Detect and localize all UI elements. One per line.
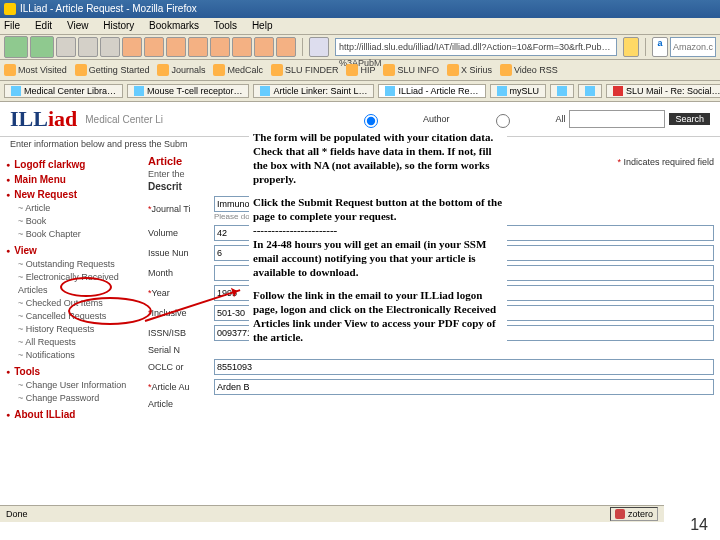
lbl-year: *Year xyxy=(148,288,210,298)
nav-checkedout[interactable]: Checked Out Items xyxy=(18,297,136,310)
mail-icon xyxy=(613,86,623,96)
nav-newrequest[interactable]: ●New Request xyxy=(6,189,136,200)
toolbar-separator-2 xyxy=(645,38,646,56)
tab-icon xyxy=(260,86,270,96)
nav-logoff[interactable]: ●Logoff clarkwg xyxy=(6,159,136,170)
bm-hip[interactable]: HIP xyxy=(346,64,375,76)
nav-chguser[interactable]: Change User Information xyxy=(18,379,136,392)
bookmark-icon-7[interactable] xyxy=(254,37,274,57)
illiad-search-button[interactable]: Search xyxy=(669,113,710,125)
lbl-author: *Article Au xyxy=(148,382,210,392)
tab-illiad[interactable]: ILLiad - Article Re… xyxy=(378,84,485,98)
folder-icon xyxy=(346,64,358,76)
bookmark-icon-5[interactable] xyxy=(210,37,230,57)
tab-myslu[interactable]: mySLU xyxy=(490,84,547,98)
bm-medcalc[interactable]: MedCalc xyxy=(213,64,263,76)
nav-notif[interactable]: Notifications xyxy=(18,349,136,362)
lbl-issue: Issue Nun xyxy=(148,248,210,258)
bm-sluinfo[interactable]: SLU INFO xyxy=(383,64,439,76)
bm-slufinder[interactable]: SLU FINDER xyxy=(271,64,339,76)
nav-chgpw[interactable]: Change Password xyxy=(18,392,136,405)
status-zotero[interactable]: zotero xyxy=(610,507,658,521)
slide-number: 14 xyxy=(690,516,708,534)
folder-icon xyxy=(271,64,283,76)
bm-most-visited[interactable]: Most Visited xyxy=(4,64,67,76)
tab-icon xyxy=(385,86,395,96)
menu-tools[interactable]: Tools xyxy=(214,20,237,31)
illiad-search-input[interactable] xyxy=(569,110,665,128)
tab-blank1[interactable] xyxy=(550,84,574,98)
bm-getting-started[interactable]: Getting Started xyxy=(75,64,150,76)
back-button[interactable] xyxy=(4,36,28,58)
lbl-oclc: OCLC or xyxy=(148,362,210,372)
radio-author[interactable] xyxy=(326,114,416,128)
stop-button[interactable] xyxy=(78,37,98,57)
bookmark-icon-1[interactable] xyxy=(122,37,142,57)
tab-mouse[interactable]: Mouse T-cell receptor… xyxy=(127,84,249,98)
bookmark-icon-8[interactable] xyxy=(276,37,296,57)
menu-history[interactable]: History xyxy=(103,20,134,31)
overlay-dash: ----------------------- xyxy=(253,224,337,236)
page-icon xyxy=(309,37,329,57)
nav-history[interactable]: History Requests xyxy=(18,323,136,336)
bm-videorss[interactable]: Video RSS xyxy=(500,64,558,76)
nav-bookchap[interactable]: Book Chapter xyxy=(18,228,136,241)
menu-view[interactable]: View xyxy=(67,20,89,31)
home-button[interactable] xyxy=(100,37,120,57)
nav-all[interactable]: All Requests xyxy=(18,336,136,349)
menu-help[interactable]: Help xyxy=(252,20,273,31)
instruction-overlay: The form will be populated with your cit… xyxy=(249,128,507,355)
folder-icon xyxy=(75,64,87,76)
menu-bookmarks[interactable]: Bookmarks xyxy=(149,20,199,31)
reload-button[interactable] xyxy=(56,37,76,57)
bookmark-icon-6[interactable] xyxy=(232,37,252,57)
lbl-journal: *Journal Ti xyxy=(148,204,210,214)
overlay-p3: In 24-48 hours you will get an email (in… xyxy=(253,238,486,278)
search-box[interactable] xyxy=(670,37,716,57)
lbl-arttitle: Article xyxy=(148,399,210,409)
nav-view[interactable]: ●View xyxy=(6,245,136,256)
menubar[interactable]: File Edit View History Bookmarks Tools H… xyxy=(0,18,720,35)
tab-medcenter[interactable]: Medical Center Libra… xyxy=(4,84,123,98)
section-title: Article xyxy=(148,155,182,167)
tab-linker[interactable]: Article Linker: Saint L… xyxy=(253,84,374,98)
folder-icon xyxy=(500,64,512,76)
bookmark-icon-4[interactable] xyxy=(188,37,208,57)
folder-icon xyxy=(383,64,395,76)
input-author[interactable] xyxy=(214,379,714,395)
nav-ereceived[interactable]: Electronically Received Articles xyxy=(18,271,136,297)
tabbar: Medical Center Libra… Mouse T-cell recep… xyxy=(0,81,720,102)
window-title: ILLiad - Article Request - Mozilla Firef… xyxy=(20,0,197,18)
tab-icon xyxy=(497,86,507,96)
nav-cancelled[interactable]: Cancelled Requests xyxy=(18,310,136,323)
radio-all[interactable] xyxy=(458,114,548,128)
tab-icon xyxy=(11,86,21,96)
nav-mainmenu[interactable]: ●Main Menu xyxy=(6,174,136,185)
feed-icon[interactable] xyxy=(623,37,639,57)
folder-icon xyxy=(213,64,225,76)
tab-blank2[interactable] xyxy=(578,84,602,98)
lbl-issn: ISSN/ISB xyxy=(148,328,210,338)
forward-button[interactable] xyxy=(30,36,54,58)
sidebar: ●Logoff clarkwg ●Main Menu ●New Request … xyxy=(0,151,142,426)
bm-sirius[interactable]: X Sirius xyxy=(447,64,492,76)
menu-edit[interactable]: Edit xyxy=(35,20,52,31)
bookmark-icon-3[interactable] xyxy=(166,37,186,57)
overlay-p1: The form will be populated with your cit… xyxy=(253,130,503,186)
nav-about[interactable]: ●About ILLiad xyxy=(6,409,136,420)
lbl-serial: Serial N xyxy=(148,345,210,355)
folder-icon xyxy=(157,64,169,76)
illiad-logo: ILLiad xyxy=(10,106,77,132)
bookmark-icon-2[interactable] xyxy=(144,37,164,57)
menu-file[interactable]: File xyxy=(4,20,20,31)
nav-article[interactable]: Article xyxy=(18,202,136,215)
nav-tools[interactable]: ●Tools xyxy=(6,366,136,377)
url-bar[interactable]: http://illliad.slu.edu/illiad/IAT/illiad… xyxy=(335,38,617,56)
nav-book[interactable]: Book xyxy=(18,215,136,228)
input-oclc[interactable] xyxy=(214,359,714,375)
illiad-search: Author All Search xyxy=(321,110,710,128)
tab-mail[interactable]: SLU Mail - Re: Social… xyxy=(606,84,720,98)
nav-outstanding[interactable]: Outstanding Requests xyxy=(18,258,136,271)
zotero-icon xyxy=(615,509,625,519)
bm-journals[interactable]: Journals xyxy=(157,64,205,76)
